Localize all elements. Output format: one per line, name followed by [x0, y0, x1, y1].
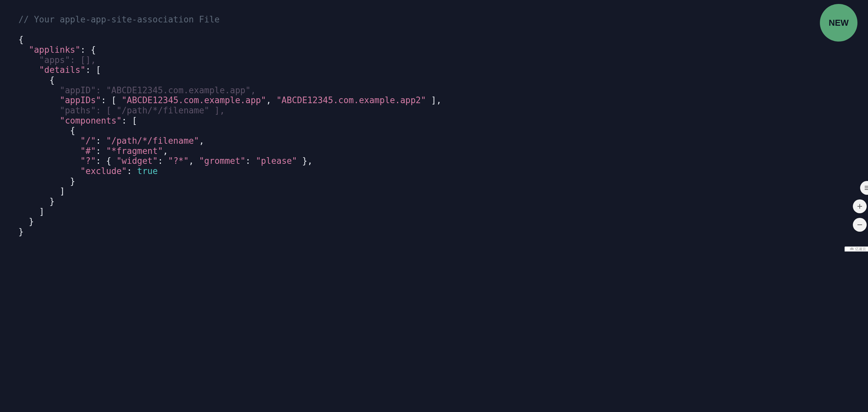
cloud-icon: [850, 247, 854, 251]
watermark: 亿速云: [845, 246, 868, 252]
code-block: // Your apple-app-site-association File …: [0, 0, 868, 252]
minus-icon: [857, 222, 863, 228]
zoom-out-button[interactable]: [853, 218, 867, 232]
svg-rect-5: [858, 225, 862, 225]
svg-rect-4: [858, 206, 862, 207]
new-badge: NEW: [820, 4, 858, 41]
zoom-in-button[interactable]: [853, 199, 867, 213]
svg-rect-2: [865, 189, 868, 190]
zoom-controls: [853, 181, 867, 232]
watermark-text: 亿速云: [855, 247, 866, 251]
svg-rect-1: [865, 187, 868, 188]
svg-rect-0: [865, 186, 868, 186]
code-comment: // Your apple-app-site-association File: [19, 14, 219, 24]
more-button[interactable]: [860, 181, 868, 195]
more-icon: [864, 185, 868, 191]
new-badge-label: NEW: [829, 18, 849, 28]
plus-icon: [857, 203, 863, 209]
